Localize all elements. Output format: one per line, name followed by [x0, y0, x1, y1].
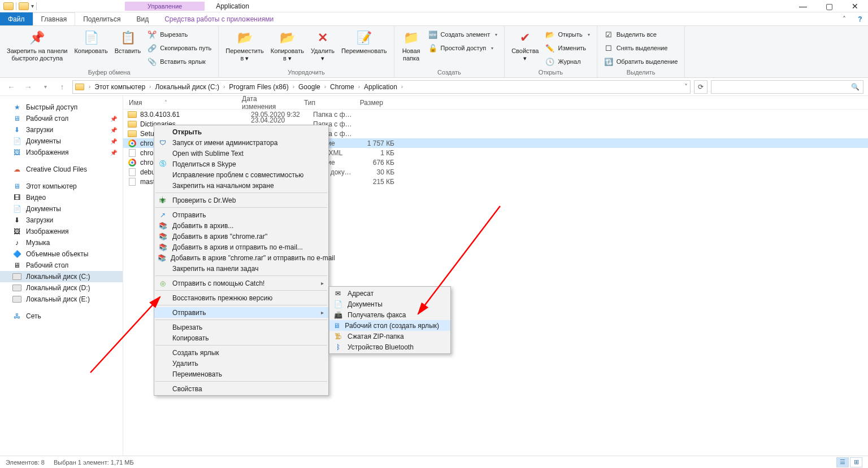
ctx-open-sublime[interactable]: Open with Sublime Text	[154, 148, 328, 159]
sendto-desktop[interactable]: 🖥Рабочий стол (создать ярлык)	[329, 320, 450, 331]
nav-recent-dropdown[interactable]: ▾	[38, 80, 52, 94]
minimize-button[interactable]: ―	[790, 0, 816, 12]
easy-access-button[interactable]: 🔓Простой доступ	[425, 42, 501, 54]
sendto-fax[interactable]: 📠Получатель факса	[329, 309, 450, 320]
select-all-button[interactable]: ☑Выделить все	[601, 28, 682, 41]
help-icon[interactable]: ?	[852, 12, 868, 25]
ctx-catch[interactable]: ◎Отправить с помощью Catch!▸	[154, 278, 328, 288]
nav-disk-d[interactable]: Локальный диск (D:)	[0, 282, 123, 294]
tab-home[interactable]: Главная	[33, 12, 76, 25]
tab-app-tools[interactable]: Средства работы с приложениями	[157, 12, 281, 25]
breadcrumb-item[interactable]: Локальный диск (C:)	[153, 83, 221, 91]
context-menu[interactable]: Открыть 🛡Запуск от имени администратора …	[154, 125, 329, 396]
paste-shortcut-button[interactable]: 📎Вставить ярлык	[144, 55, 215, 68]
file-row[interactable]: 83.0.4103.6129.05.2020 9:32Папка с файла…	[123, 110, 868, 119]
paste-button[interactable]: 📋Вставить	[111, 27, 145, 56]
nav-downloads-pc[interactable]: ⬇Загрузки	[0, 215, 123, 226]
view-large-button[interactable]: ⊞	[850, 457, 862, 467]
ctx-cut[interactable]: Вырезать	[154, 322, 328, 333]
close-button[interactable]: ✕	[842, 0, 868, 12]
copy-to-button[interactable]: 📂Копировать в ▾	[267, 27, 307, 63]
ctx-create-shortcut[interactable]: Создать ярлык	[154, 347, 328, 358]
delete-button[interactable]: ✕Удалить ▾	[307, 27, 338, 63]
nav-quick-access[interactable]: ★Быстрый доступ	[0, 102, 123, 113]
view-details-button[interactable]: ☰	[836, 457, 849, 467]
edit-button[interactable]: ✏️Изменить	[542, 42, 593, 54]
nav-desktop-pc[interactable]: 🖥Рабочий стол	[0, 260, 123, 271]
breadcrumb-item[interactable]: Google	[297, 83, 322, 91]
ctx-compat[interactable]: Исправление проблем с совместимостью	[154, 169, 328, 180]
new-item-button[interactable]: 🆕Создать элемент	[425, 28, 501, 41]
ctx-drweb[interactable]: 🕷Проверить с Dr.Web	[154, 195, 328, 205]
sendto-documents[interactable]: 📄Документы	[329, 299, 450, 309]
invert-selection-button[interactable]: 🔃Обратить выделение	[601, 55, 682, 68]
sendto-zip[interactable]: 🗜Сжатая ZIP-папка	[329, 331, 450, 342]
ctx-restore[interactable]: Восстановить прежнюю версию	[154, 292, 328, 303]
nav-videos[interactable]: 🎞Видео	[0, 192, 123, 203]
maximize-button[interactable]: ▢	[816, 0, 842, 12]
breadcrumb-item[interactable]: Application	[362, 83, 399, 91]
search-input[interactable]: 🔍	[711, 80, 863, 94]
sendto-bluetooth[interactable]: ᛒУстройство Bluetooth	[329, 342, 450, 352]
pin-quick-access-button[interactable]: 📌Закрепить на панели быстрого доступа	[3, 27, 71, 63]
ctx-rename[interactable]: Переименовать	[154, 369, 328, 379]
breadcrumb-item[interactable]: Chrome	[328, 83, 356, 91]
nav-network[interactable]: 🖧Сеть	[0, 310, 123, 322]
ctx-add-email[interactable]: 📚Добавить в архив и отправить по e-mail.…	[154, 242, 328, 252]
ctx-send-to[interactable]: Отправить▸	[154, 307, 328, 318]
tab-file[interactable]: Файл	[0, 12, 33, 25]
nav-up-button[interactable]: ↑	[55, 80, 69, 94]
copy-path-button[interactable]: 🔗Скопировать путь	[144, 42, 215, 54]
ctx-copy[interactable]: Копировать	[154, 333, 328, 343]
qat-dropdown-icon[interactable]: ▾	[31, 3, 34, 9]
history-button[interactable]: 🕓Журнал	[542, 55, 593, 68]
ctx-share[interactable]: ↗Отправить	[154, 209, 328, 220]
nav-disk-c[interactable]: Локальный диск (C:)	[0, 271, 123, 282]
ctx-add-rar[interactable]: 📚Добавить в архив "chrome.rar"	[154, 231, 328, 242]
ctx-open[interactable]: Открыть	[154, 126, 328, 137]
nav-documents-pc[interactable]: 📄Документы	[0, 203, 123, 215]
column-name[interactable]: Имя˄	[123, 99, 236, 107]
ctx-properties[interactable]: Свойства	[154, 383, 328, 394]
properties-button[interactable]: ✔Свойства ▾	[508, 27, 542, 63]
sendto-recipient[interactable]: ✉Адресат	[329, 288, 450, 299]
nav-pictures[interactable]: 🖼Изображения📌	[0, 147, 123, 158]
refresh-button[interactable]: ⟳	[694, 80, 708, 94]
nav-this-pc[interactable]: 🖥Этот компьютер	[0, 181, 123, 192]
nav-back-button[interactable]: ←	[5, 80, 18, 94]
ctx-run-admin[interactable]: 🛡Запуск от имени администратора	[154, 137, 328, 148]
select-none-button[interactable]: ☐Снять выделение	[601, 42, 682, 54]
breadcrumb-item[interactable]: Program Files (x86)	[227, 83, 290, 91]
address-bar[interactable]: › Этот компьютер› Локальный диск (C:)› P…	[72, 80, 691, 94]
ctx-add-archive[interactable]: 📚Добавить в архив...	[154, 220, 328, 231]
column-date[interactable]: Дата изменения	[236, 95, 298, 111]
ribbon-collapse-icon[interactable]: ˄	[836, 12, 852, 25]
nav-desktop[interactable]: 🖥Рабочий стол📌	[0, 113, 123, 124]
new-folder-button[interactable]: 📁Новая папка	[398, 27, 425, 63]
copy-button[interactable]: 📄Копировать	[71, 27, 111, 56]
nav-documents[interactable]: 📄Документы📌	[0, 135, 123, 147]
column-type[interactable]: Тип	[298, 99, 349, 107]
navigation-pane[interactable]: ★Быстрый доступ 🖥Рабочий стол📌 ⬇Загрузки…	[0, 96, 123, 456]
ctx-add-rar-email[interactable]: 📚Добавить в архив "chrome.rar" и отправи…	[154, 252, 328, 263]
breadcrumb-item[interactable]: Этот компьютер	[93, 83, 147, 91]
open-button[interactable]: 📂Открыть	[542, 28, 593, 41]
sendto-submenu[interactable]: ✉Адресат 📄Документы 📠Получатель факса 🖥Р…	[329, 286, 451, 354]
tab-view[interactable]: Вид	[128, 12, 157, 25]
nav-forward-button[interactable]: →	[21, 80, 35, 94]
nav-downloads[interactable]: ⬇Загрузки📌	[0, 124, 123, 135]
ctx-delete[interactable]: Удалить	[154, 358, 328, 369]
nav-creative-cloud[interactable]: ☁Creative Cloud Files	[0, 164, 123, 175]
nav-3d-objects[interactable]: 🔷Объемные объекты	[0, 248, 123, 260]
nav-pictures-pc[interactable]: 🖼Изображения	[0, 226, 123, 237]
move-to-button[interactable]: 📂Переместить в ▾	[222, 27, 267, 63]
column-size[interactable]: Размер	[349, 99, 389, 107]
ctx-pin-taskbar[interactable]: Закрепить на панели задач	[154, 263, 328, 274]
nav-disk-e[interactable]: Локальный диск (E:)	[0, 294, 123, 305]
address-dropdown-icon[interactable]: ˅	[684, 83, 688, 91]
ctx-skype[interactable]: ⓈПоделиться в Skype	[154, 159, 328, 169]
ctx-pin-start[interactable]: Закрепить на начальном экране	[154, 180, 328, 191]
nav-music[interactable]: ♪Музыка	[0, 237, 123, 248]
cut-button[interactable]: ✂️Вырезать	[144, 28, 215, 41]
tab-share[interactable]: Поделиться	[75, 12, 128, 25]
